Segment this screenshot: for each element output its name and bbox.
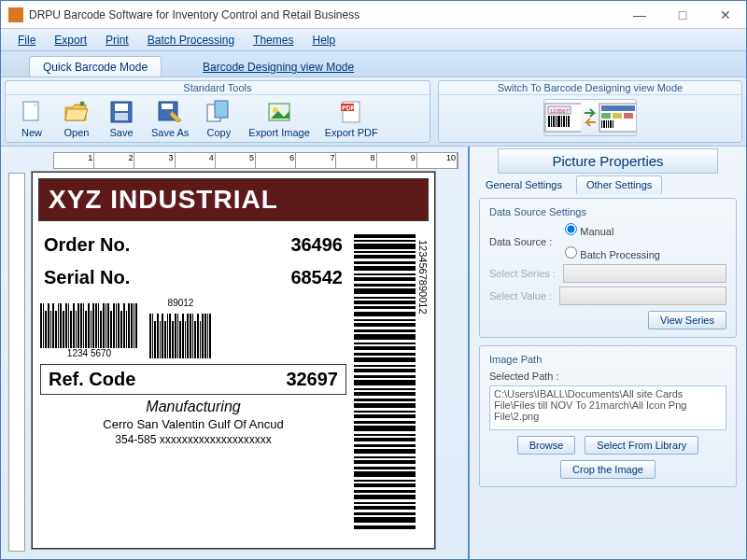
svg-rect-24 [568, 116, 570, 127]
maximize-button[interactable]: □ [669, 6, 696, 24]
export-image-button[interactable]: Export Image [241, 97, 317, 140]
new-button[interactable]: New [9, 97, 54, 140]
menu-file[interactable]: File [8, 32, 45, 49]
svg-rect-83 [354, 502, 416, 504]
svg-rect-66 [354, 403, 416, 408]
svg-rect-86 [354, 517, 416, 523]
toolbar: Standard Tools New Open Save Save As Cop… [1, 77, 746, 147]
svg-rect-3 [115, 113, 128, 120]
tab-quick-barcode[interactable]: Quick Barcode Mode [29, 56, 162, 77]
svg-rect-80 [354, 483, 416, 487]
new-file-icon [17, 99, 47, 125]
browse-button[interactable]: Browse [517, 436, 576, 455]
svg-rect-69 [354, 421, 416, 424]
svg-text:PDF: PDF [342, 105, 356, 111]
section-title-imgpath: Image Path [489, 354, 726, 365]
crop-image-button[interactable]: Crop the Image [560, 460, 655, 479]
svg-rect-60 [354, 369, 416, 372]
group-title-switch: Switch To Barcode Designing view Mode [439, 81, 741, 95]
svg-rect-41 [354, 261, 416, 264]
group-title-standard: Standard Tools [6, 81, 430, 95]
select-series-dropdown [563, 264, 726, 283]
svg-rect-67 [354, 411, 416, 413]
mode-tabs: Quick Barcode Mode Barcode Designing vie… [1, 51, 746, 77]
selected-path-label: Selected Path : [489, 371, 726, 382]
svg-text:123567: 123567 [550, 108, 570, 114]
minimize-button[interactable]: — [627, 6, 653, 24]
menu-themes[interactable]: Themes [244, 32, 303, 49]
svg-rect-72 [354, 438, 416, 441]
svg-rect-87 [354, 525, 416, 529]
svg-rect-48 [354, 301, 416, 304]
standard-tools-group: Standard Tools New Open Save Save As Cop… [5, 80, 430, 143]
close-button[interactable]: ✕ [712, 6, 739, 24]
svg-rect-17 [551, 116, 552, 127]
svg-rect-57 [354, 353, 416, 356]
select-series-label: Select Series : [489, 268, 556, 279]
svg-rect-76 [354, 460, 416, 464]
svg-rect-35 [613, 120, 613, 128]
svg-rect-2 [115, 104, 128, 111]
svg-rect-85 [354, 512, 416, 515]
svg-rect-74 [354, 449, 416, 454]
svg-rect-63 [354, 388, 416, 390]
svg-rect-61 [354, 375, 416, 378]
svg-rect-19 [556, 116, 557, 127]
path-textbox[interactable]: C:\Users\IBALL\Documents\All site Cards … [489, 385, 726, 430]
tab-designing-view[interactable]: Barcode Designing view Mode [190, 57, 367, 77]
svg-rect-64 [354, 392, 416, 396]
radio-batch[interactable]: Batch Processing [565, 246, 660, 260]
svg-rect-52 [354, 323, 416, 327]
folder-open-icon [62, 99, 92, 125]
svg-rect-23 [566, 116, 567, 127]
export-pdf-button[interactable]: PDFExport PDF [317, 97, 386, 140]
switch-mode-group: Switch To Barcode Designing view Mode 12… [438, 80, 742, 143]
tab-general-settings[interactable]: General Settings [475, 175, 572, 194]
svg-rect-37 [354, 240, 416, 242]
label-canvas[interactable]: XYZ INDUSTRIAL Order No.36496 Serial No.… [31, 171, 436, 550]
properties-title: Picture Properties [498, 148, 718, 174]
barcode-label[interactable]: XYZ INDUSTRIAL Order No.36496 Serial No.… [32, 172, 435, 549]
svg-rect-16 [548, 116, 550, 127]
save-button[interactable]: Save [99, 97, 144, 140]
save-icon [106, 99, 136, 125]
menu-print[interactable]: Print [96, 32, 138, 49]
svg-rect-77 [354, 467, 416, 469]
svg-rect-20 [557, 116, 560, 127]
save-as-button[interactable]: Save As [144, 97, 196, 140]
svg-rect-53 [354, 329, 416, 332]
menu-batch[interactable]: Batch Processing [138, 32, 244, 49]
switch-mode-button[interactable]: 123567 [543, 99, 637, 136]
image-path-section: Image Path Selected Path : C:\Users\IBAL… [479, 345, 737, 487]
svg-rect-49 [354, 306, 416, 309]
svg-rect-47 [354, 297, 416, 299]
svg-rect-56 [354, 346, 416, 350]
canvas-pane: 1 2 3 4 5 6 7 8 9 10 XYZ INDUSTRIAL Orde… [1, 147, 468, 560]
vertical-ruler [8, 173, 25, 552]
label-header: XYZ INDUSTRIAL [38, 178, 429, 221]
svg-rect-38 [354, 244, 416, 249]
svg-rect-55 [354, 343, 416, 344]
view-series-button[interactable]: View Series [648, 311, 726, 329]
svg-rect-78 [354, 471, 416, 477]
order-label: Order No. [44, 234, 130, 256]
window-title: DRPU Barcode Software for Inventory Cont… [29, 8, 627, 21]
svg-rect-27 [601, 113, 611, 119]
menu-export[interactable]: Export [45, 32, 96, 49]
open-button[interactable]: Open [54, 97, 99, 140]
serial-value: 68542 [290, 267, 343, 288]
svg-rect-42 [354, 266, 416, 271]
tab-other-settings[interactable]: Other Settings [576, 175, 662, 194]
copy-button[interactable]: Copy [196, 97, 241, 140]
horizontal-ruler: 1 2 3 4 5 6 7 8 9 10 [53, 152, 458, 169]
radio-manual[interactable]: Manual [565, 223, 660, 237]
svg-rect-70 [354, 426, 416, 431]
select-from-library-button[interactable]: Select From Library [585, 436, 698, 455]
properties-pane: Picture Properties General Settings Othe… [468, 147, 746, 560]
svg-rect-84 [354, 506, 416, 510]
menu-help[interactable]: Help [303, 32, 345, 49]
svg-rect-21 [561, 116, 562, 127]
svg-rect-39 [354, 251, 416, 253]
svg-rect-75 [354, 456, 416, 458]
titlebar: DRPU Barcode Software for Inventory Cont… [1, 1, 746, 29]
